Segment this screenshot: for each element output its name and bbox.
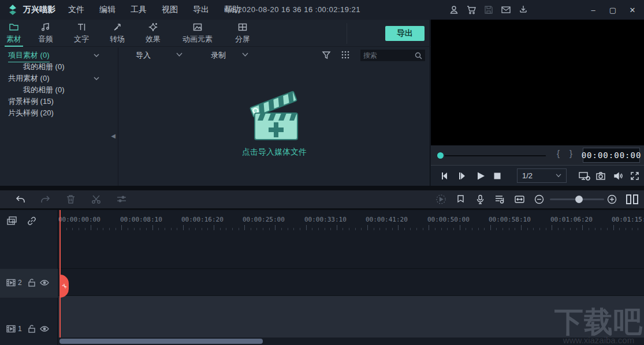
account-icon[interactable]	[449, 5, 459, 15]
split-screen-icon	[237, 22, 248, 32]
close-button[interactable]: ✕	[626, 3, 639, 17]
app-name: 万兴喵影	[23, 5, 55, 15]
link-icon[interactable]	[26, 215, 38, 227]
fit-timeline-icon[interactable]	[514, 194, 525, 205]
save-icon[interactable]	[483, 5, 494, 15]
tab-effects[interactable]: 效果	[135, 20, 171, 47]
tree-item-shared-media[interactable]: 共用素材 (0)	[0, 73, 118, 84]
tab-splitscreen[interactable]: 分屏	[224, 20, 261, 47]
export-button[interactable]: 导出	[385, 26, 425, 41]
lock-icon[interactable]	[27, 324, 37, 334]
fullscreen-icon[interactable]	[630, 171, 640, 181]
play-icon[interactable]	[475, 171, 486, 181]
track-number: 1	[18, 325, 22, 333]
adjust-sliders-icon[interactable]	[116, 194, 127, 205]
video-track-icon	[6, 324, 16, 334]
filter-icon[interactable]	[322, 50, 331, 59]
minimize-button[interactable]: –	[586, 3, 600, 17]
sparkle-star-icon	[148, 22, 158, 32]
delete-icon[interactable]	[65, 194, 76, 205]
chevron-down-icon[interactable]	[93, 52, 100, 59]
track-lane-1[interactable]	[58, 296, 644, 337]
zoom-slider-handle[interactable]	[575, 196, 583, 203]
tree-item-my-album-2[interactable]: 我的相册 (0)	[0, 84, 118, 96]
chevron-down-icon[interactable]	[93, 75, 100, 82]
marker-icon[interactable]	[455, 194, 466, 205]
redo-icon[interactable]	[40, 194, 51, 205]
text-tool-icon	[76, 22, 87, 32]
snapshot-camera-icon[interactable]	[595, 171, 606, 181]
track-header-2[interactable]: 2	[0, 269, 58, 298]
video-track-icon	[6, 278, 16, 288]
timeline-toolbar	[0, 190, 644, 208]
tab-text[interactable]: 文字	[64, 20, 99, 47]
mark-out-button[interactable]: }	[569, 148, 572, 158]
next-frame-icon[interactable]	[457, 171, 468, 181]
tab-audio[interactable]: 音频	[28, 20, 64, 47]
render-preview-icon[interactable]	[435, 194, 446, 205]
transition-icon	[112, 22, 122, 32]
track-view-toggle-icon[interactable]	[625, 194, 640, 205]
store-cart-icon[interactable]	[466, 5, 477, 15]
record-button[interactable]: 录制	[211, 50, 226, 61]
track-header-column: 2 1	[0, 210, 58, 345]
scissors-icon: ✂	[60, 282, 69, 291]
eye-icon[interactable]	[39, 278, 50, 288]
stop-icon[interactable]	[492, 171, 502, 181]
tab-elements[interactable]: 动画元素	[171, 20, 224, 47]
menu-bar: 文件 编辑 工具 视图 导出 帮助	[68, 5, 240, 15]
mark-in-button[interactable]: {	[557, 148, 560, 158]
menu-file[interactable]: 文件	[68, 5, 84, 15]
tree-item-my-album[interactable]: 我的相册 (0)	[0, 61, 118, 73]
quality-value: 1/2	[522, 171, 533, 180]
tree-item-background-samples[interactable]: 背景样例 (15)	[0, 96, 118, 107]
empty-media-dropzone[interactable]: 点击导入媒体文件	[118, 82, 430, 158]
chevron-down-icon[interactable]	[176, 52, 183, 57]
import-button[interactable]: 导入	[136, 50, 151, 61]
scrubber-handle[interactable]	[437, 152, 444, 159]
add-track-icon[interactable]	[6, 215, 18, 227]
timeline-ruler[interactable]: 00:00:00:00 00:00:08:10 00:00:16:20 00:0…	[58, 210, 644, 231]
lock-icon[interactable]	[27, 278, 37, 288]
eye-icon[interactable]	[39, 324, 50, 334]
menu-export[interactable]: 导出	[193, 5, 209, 15]
zoom-out-icon[interactable]	[534, 194, 545, 205]
playback-controls: 1/2	[431, 165, 644, 186]
track-header-1[interactable]: 1	[0, 318, 58, 345]
mail-icon[interactable]	[501, 5, 511, 15]
playhead-handle[interactable]: ✂	[60, 275, 69, 298]
image-icon	[192, 22, 203, 32]
tab-label: 素材	[6, 34, 21, 44]
split-scissors-icon[interactable]	[91, 194, 102, 205]
import-hint-text: 点击导入媒体文件	[118, 147, 430, 158]
menu-tools[interactable]: 工具	[131, 5, 147, 15]
scrubber-row: { } 00:00:00:00	[431, 145, 644, 165]
voiceover-mic-icon[interactable]	[475, 194, 486, 205]
playhead-line[interactable]	[59, 210, 61, 337]
download-icon[interactable]	[518, 5, 528, 15]
scrubber-track[interactable]	[445, 155, 546, 156]
tree-item-project-media[interactable]: 项目素材 (0)	[0, 50, 118, 61]
menu-view[interactable]: 视图	[162, 5, 178, 15]
grid-view-icon[interactable]	[341, 50, 350, 59]
sidebar-collapse-arrow[interactable]: ◀	[111, 133, 116, 139]
display-settings-icon[interactable]	[578, 171, 591, 181]
search-icon[interactable]	[415, 52, 422, 59]
quality-select[interactable]: 1/2	[517, 168, 567, 183]
search-input[interactable]	[363, 51, 415, 59]
previous-frame-icon[interactable]	[440, 171, 451, 181]
audio-mixer-icon[interactable]	[494, 194, 505, 205]
menu-edit[interactable]: 编辑	[99, 5, 116, 15]
maximize-button[interactable]: ▢	[606, 3, 620, 17]
horizontal-scrollbar[interactable]	[59, 339, 263, 344]
preview-screen[interactable]	[431, 20, 644, 145]
clapperboard-icon	[245, 82, 303, 142]
chevron-down-icon[interactable]	[242, 52, 248, 57]
preview-panel: { } 00:00:00:00 1/2	[431, 20, 644, 186]
zoom-in-icon[interactable]	[606, 194, 617, 205]
tab-media[interactable]: 素材	[0, 20, 28, 47]
undo-icon[interactable]	[15, 194, 26, 205]
tab-transitions[interactable]: 转场	[99, 20, 135, 47]
tree-item-intro-samples[interactable]: 片头样例 (20)	[0, 107, 118, 119]
volume-icon[interactable]	[613, 171, 623, 181]
